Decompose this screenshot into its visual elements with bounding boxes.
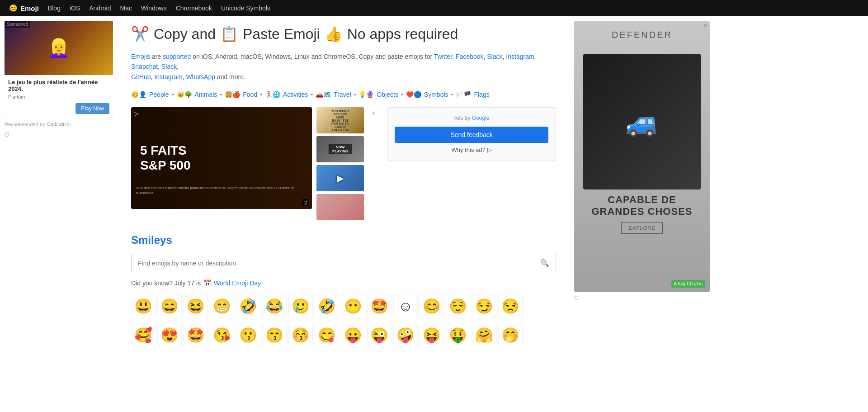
github-link[interactable]: GitHub — [131, 73, 151, 81]
thumb-1[interactable]: YOU WON'T BELIEVE HOWEASY IT IS FOR ME T… — [316, 107, 364, 133]
thumb-4[interactable] — [316, 194, 364, 220]
nav-chromebook[interactable]: Chromebook — [176, 5, 212, 12]
video-number: 2 — [302, 199, 309, 206]
emoji-hand-over-mouth[interactable]: 🤭 — [498, 323, 523, 347]
search-input[interactable] — [138, 260, 540, 267]
people-emoji-icon: 😊👤 — [131, 91, 146, 98]
nav-android[interactable]: Android — [89, 5, 111, 12]
emoji-rofl-2[interactable]: 🤣 — [315, 294, 339, 318]
nav-windows[interactable]: Windows — [141, 5, 167, 12]
emoji-kissing-closed[interactable]: 😚 — [288, 323, 313, 347]
symbols-emoji-icon: ❤️🔵 — [406, 91, 421, 98]
site-logo[interactable]: 😊 Emoji — [9, 4, 39, 12]
emoji-unamused[interactable]: 😒 — [498, 294, 523, 318]
emoji-tongue-closed[interactable]: 😝 — [420, 323, 444, 347]
snapchat-link[interactable]: Snapchat — [131, 63, 158, 70]
send-feedback-button[interactable]: Send feedback — [395, 127, 548, 143]
category-animals[interactable]: Animals — [195, 91, 217, 98]
emoji-smirk[interactable]: 😏 — [472, 294, 496, 318]
nav-blog[interactable]: Blog — [48, 5, 61, 12]
emoji-heart-eyes[interactable]: 😍 — [157, 323, 182, 347]
nav-ios[interactable]: iOS — [70, 5, 80, 12]
emojis-link[interactable]: Emojis — [131, 53, 150, 60]
video-thumbnails: YOU WON'T BELIEVE HOWEASY IT IS FOR ME T… — [316, 107, 364, 220]
main-video[interactable]: 5 FAITSS&P 500 ▷ 51% des comptes d'inves… — [131, 107, 312, 209]
supported-link[interactable]: supported — [163, 53, 191, 60]
explore-button[interactable]: EXPLORE — [621, 222, 663, 234]
emoji-star-struck[interactable]: 🤩 — [184, 323, 208, 347]
category-flags[interactable]: Flags — [474, 91, 489, 98]
left-sidebar: 👱‍♀️ Sponsored Le jeu le plus réaliste d… — [0, 16, 118, 361]
flags-emoji-icon: 🏳️🏴 — [456, 91, 471, 98]
emoji-relieved[interactable]: 😌 — [446, 294, 470, 318]
emoji-yum[interactable]: 😋 — [315, 323, 339, 347]
slack-link-2[interactable]: Slack — [161, 63, 177, 70]
emoji-zany[interactable]: 🤪 — [393, 323, 418, 347]
thumb-2[interactable] — [316, 136, 364, 162]
category-activities[interactable]: Activities — [283, 91, 308, 98]
emoji-kissing-heart[interactable]: 😘 — [210, 323, 234, 347]
whatsapp-link[interactable]: WhatsApp — [186, 73, 215, 81]
search-icon: 🔍 — [540, 259, 549, 267]
ad-source: Plarium — [8, 94, 109, 99]
video-text: 5 FAITSS&P 500 — [140, 143, 191, 173]
freestar-icon: ⬡ — [5, 132, 113, 138]
video-overlay: 5 FAITSS&P 500 ▷ 51% des comptes d'inves… — [131, 107, 312, 209]
emoji-starstruck[interactable]: 🤩 — [367, 294, 392, 318]
thumb-1-label: YOU WON'T BELIEVE HOWEASY IT IS FOR ME T… — [328, 108, 352, 133]
emoji-tear[interactable]: 🥲 — [288, 294, 313, 318]
emoji-money-mouth[interactable]: 🤑 — [446, 323, 470, 347]
category-objects[interactable]: Objects — [377, 91, 398, 98]
emoji-blank[interactable]: 😶 — [341, 294, 365, 318]
emoji-relaxed[interactable]: ☺️ — [393, 294, 418, 318]
right-ad-inner: DEFENDER 🚙 CAPABLE DEGRANDES CHOSES EXPL… — [574, 21, 710, 292]
why-this-ad[interactable]: Why this ad? ▷ — [395, 147, 548, 153]
close-ad-button[interactable]: ✕ — [703, 23, 708, 29]
emoji-wink-tongue[interactable]: 😜 — [367, 323, 392, 347]
search-box[interactable]: 🔍 — [131, 254, 556, 272]
activities-emoji-icon: 🏃🌐 — [265, 91, 280, 98]
no-apps-text: No apps required — [347, 26, 458, 43]
emoji-laughing[interactable]: 😆 — [184, 294, 208, 318]
emoji-kissing-smiling[interactable]: 😙 — [262, 323, 287, 347]
slack-link[interactable]: Slack — [487, 53, 502, 60]
emoji-joy[interactable]: 😂 — [262, 294, 287, 318]
left-ad-box: 👱‍♀️ Sponsored Le jeu le plus réaliste d… — [5, 21, 113, 118]
emoji-grin[interactable]: 😄 — [157, 294, 182, 318]
nav-unicode[interactable]: Unicode Symbols — [221, 5, 270, 12]
thumb-3[interactable]: ▶ — [316, 165, 364, 191]
play-now-button[interactable]: Play Now — [75, 103, 109, 114]
food-emoji-icon: 🍔🍎 — [225, 91, 240, 98]
smileys-section: Smileys 🔍 Did you know? July 17 is 📅 Wor… — [131, 234, 556, 347]
category-people[interactable]: People — [149, 91, 169, 98]
world-emoji-day-link[interactable]: World Emoji Day — [214, 279, 261, 287]
emoji-grin-sweat[interactable]: 😁 — [210, 294, 234, 318]
nav-mac[interactable]: Mac — [120, 5, 132, 12]
category-travel[interactable]: Travel — [334, 91, 351, 98]
why-this-ad-icon: ▷ — [487, 147, 492, 153]
copy-text: Copy and — [154, 26, 216, 43]
twitter-link[interactable]: Twitter — [434, 53, 452, 60]
objects-emoji-icon: 💡🔮 — [359, 91, 374, 98]
emoji-kissing[interactable]: 😗 — [236, 323, 260, 347]
top-navigation: 😊 Emoji Blog iOS Android Mac Windows Chr… — [0, 0, 868, 16]
emoji-stuck-tongue[interactable]: 😛 — [341, 323, 365, 347]
right-sidebar: DEFENDER 🚙 CAPABLE DEGRANDES CHOSES EXPL… — [570, 16, 714, 361]
emoji-blush[interactable]: 😊 — [420, 294, 444, 318]
emoji-rofl[interactable]: 🤣 — [236, 294, 260, 318]
category-symbols[interactable]: Symbols — [424, 91, 448, 98]
ads-google-box: Ads by Google Send feedback Why this ad?… — [387, 107, 556, 161]
animals-emoji-icon: 🐱🌳 — [177, 91, 192, 98]
emoji-hugging[interactable]: 🤗 — [472, 323, 496, 347]
instagram-link-2[interactable]: Instagram — [154, 73, 182, 81]
play-indicator: ▷ — [134, 110, 139, 117]
right-ad-caption: CAPABLE DEGRANDES CHOSES — [591, 194, 692, 218]
facebook-link[interactable]: Facebook — [456, 53, 483, 60]
emoji-heart-eyes-2[interactable]: 🥰 — [131, 323, 156, 347]
co2-badge: A 57g CO₂/km — [671, 280, 705, 288]
instagram-link[interactable]: Instagram — [506, 53, 534, 60]
video-prev-arrow[interactable]: ‹ — [368, 107, 378, 119]
emoji-grinning[interactable]: 😃 — [131, 294, 156, 318]
category-food[interactable]: Food — [243, 91, 257, 98]
sponsored-label: Sponsored — [5, 21, 30, 28]
